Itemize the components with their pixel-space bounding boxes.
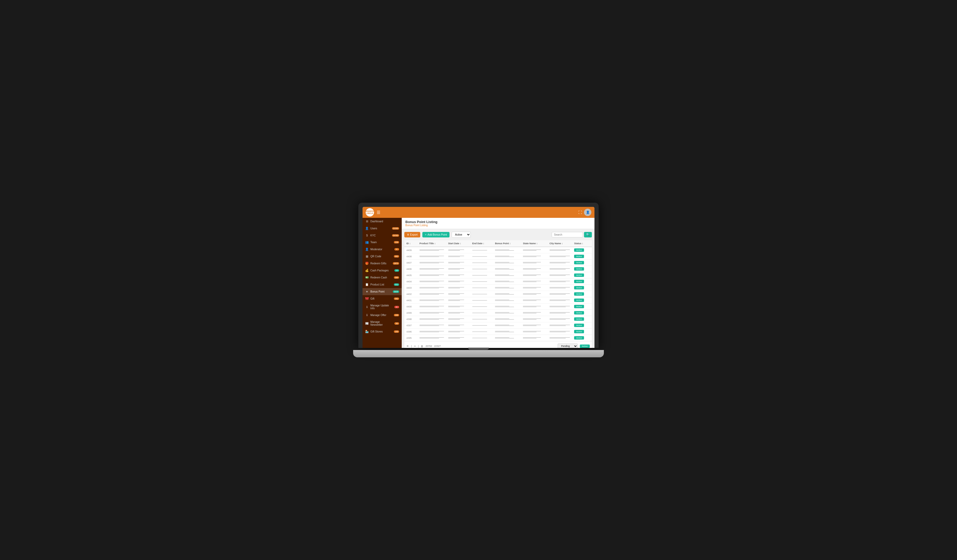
page-title: Bonus Point Listing — [405, 220, 591, 224]
table-row[interactable]: 4395Active — [404, 335, 592, 341]
col-city-name[interactable]: City Name ↕ — [548, 240, 572, 247]
cell-start-date — [446, 310, 470, 316]
cell-bonus-point — [493, 260, 521, 266]
sidebar-item-product-list[interactable]: 📋 Product List 321 — [363, 281, 402, 288]
cell-id: 4409 — [404, 247, 417, 253]
cell-product-title — [417, 322, 446, 328]
cell-id: 4405 — [404, 272, 417, 278]
kyc-badge: 20783 — [392, 234, 399, 237]
moderator-icon: 👤 — [365, 248, 369, 251]
sidebar-item-manage-update-info[interactable]: ℹ Manage Update Info 8 — [363, 302, 402, 312]
sidebar-item-gift[interactable]: 🎀 Gift 381 — [363, 295, 402, 302]
sidebar-item-moderator[interactable]: 👤 Moderator 9 — [363, 246, 402, 253]
cell-product-title — [417, 260, 446, 266]
table-header-row: ID ↕ Product Title ↕ Start Date ↕ End Da… — [404, 240, 592, 247]
table-row[interactable]: 4401Active — [404, 297, 592, 303]
laptop-base — [353, 350, 604, 357]
edit-icon[interactable]: ✏ — [414, 345, 416, 348]
cell-state-name — [521, 260, 547, 266]
sidebar-label-team: Team — [370, 241, 392, 244]
cell-city-name — [548, 316, 572, 322]
sidebar-item-manage-newsletter[interactable]: 📰 Manage Newsletter 38 — [363, 319, 402, 328]
cell-id: 4402 — [404, 291, 417, 297]
topbar: WINNERS' CIRCLE ☰ ⛶ 👤 — [363, 207, 594, 218]
cell-id: 4400 — [404, 303, 417, 310]
sidebar-item-gift-stores[interactable]: 🏪 Gift Stores 155 — [363, 328, 402, 335]
view-icon[interactable]: 👁 — [406, 345, 409, 348]
sidebar-item-cash-packages[interactable]: 💰 Cash Packages 15 — [363, 267, 402, 274]
manage-update-info-badge: 8 — [395, 306, 399, 308]
delete-icon[interactable]: 🗑 — [421, 345, 423, 348]
sidebar-item-redeem-cash[interactable]: 💵 Redeem Cash 384 — [363, 274, 402, 281]
cell-state-name — [521, 297, 547, 303]
export-button[interactable]: ⬆ Export — [404, 232, 420, 237]
fullscreen-icon[interactable]: ⛶ — [578, 210, 582, 215]
cell-state-name — [521, 310, 547, 316]
col-status[interactable]: Status ↕ — [572, 240, 592, 247]
table-row[interactable]: 4400Active — [404, 303, 592, 310]
cell-bonus-point — [493, 303, 521, 310]
col-end-date[interactable]: End Date ↕ — [470, 240, 493, 247]
table-row[interactable]: 4398Active — [404, 316, 592, 322]
cell-state-name — [521, 272, 547, 278]
cell-product-title — [417, 278, 446, 285]
avatar[interactable]: 👤 — [584, 209, 591, 216]
cell-product-title — [417, 247, 446, 253]
cell-city-name — [548, 285, 572, 291]
cell-state-name — [521, 285, 547, 291]
cell-end-date — [470, 266, 493, 272]
col-state-name[interactable]: State Name ↕ — [521, 240, 547, 247]
cell-id: 4396 — [404, 328, 417, 335]
cell-start-date — [446, 335, 470, 341]
status-badge: Active — [574, 280, 584, 283]
table-row[interactable]: 4397Active — [404, 322, 592, 328]
cell-bonus-point — [493, 291, 521, 297]
cell-state-name — [521, 253, 547, 260]
table-row[interactable]: 4407Active — [404, 260, 592, 266]
cell-state-name — [521, 335, 547, 341]
team-icon: 👥 — [365, 241, 369, 244]
sidebar-item-redeem-gifts[interactable]: 🎁 Redeem Gifts 2873 — [363, 260, 402, 267]
breadcrumb-link[interactable]: Bonus Point Listing — [405, 224, 591, 227]
sidebar-item-team[interactable]: 👥 Team 134 — [363, 239, 402, 246]
table-row[interactable]: 4403Active — [404, 285, 592, 291]
pending-select[interactable]: Pending Approved Rejected — [557, 344, 578, 348]
main-content: Bonus Point Listing Bonus Point Listing … — [402, 218, 594, 348]
sidebar-item-kyc[interactable]: $ KYC 20783 — [363, 232, 402, 239]
table-row[interactable]: 4409Active — [404, 247, 592, 253]
cell-start-date — [446, 285, 470, 291]
add-label: Add Bonus Point — [428, 233, 447, 236]
search-input[interactable] — [552, 232, 583, 237]
cell-id: 4408 — [404, 253, 417, 260]
col-start-date[interactable]: Start Date ↕ — [446, 240, 470, 247]
sidebar-label-redeem-cash: Redeem Cash — [370, 276, 392, 279]
table-row[interactable]: 4396Active — [404, 328, 592, 335]
users-icon: 👤 — [365, 227, 369, 230]
table-row[interactable]: 4404Active — [404, 278, 592, 285]
sidebar-item-users[interactable]: 👤 Users 22265 — [363, 225, 402, 232]
sidebar-item-bonus-point[interactable]: ★ Bonus Point 3635 — [363, 288, 402, 295]
cell-state-name — [521, 247, 547, 253]
search-button[interactable]: 🔍 — [584, 232, 592, 237]
table-row[interactable]: 4405Active — [404, 272, 592, 278]
sidebar-item-dashboard[interactable]: ⊞ Dashboard — [363, 218, 402, 225]
table-row[interactable]: 4408Active — [404, 253, 592, 260]
status-filter-select[interactable]: Active Inactive All — [452, 232, 471, 238]
footer-count1: 20702 — [425, 345, 432, 347]
sidebar-item-manage-offer[interactable]: ℹ Manage Offer 196 — [363, 312, 402, 319]
col-bonus-point[interactable]: Bonus Point ↕ — [493, 240, 521, 247]
cell-bonus-point — [493, 253, 521, 260]
bonus-point-table: ID ↕ Product Title ↕ Start Date ↕ End Da… — [404, 240, 592, 341]
table-row[interactable]: 4399Active — [404, 310, 592, 316]
hamburger-icon[interactable]: ☰ — [377, 210, 380, 215]
cell-state-name — [521, 303, 547, 310]
col-id[interactable]: ID ↕ — [404, 240, 417, 247]
add-bonus-point-button[interactable]: + Add Bonus Point — [422, 232, 450, 237]
col-product-title[interactable]: Product Title ↕ — [417, 240, 446, 247]
sidebar-item-qrcode[interactable]: ▦ QR Code 481 — [363, 253, 402, 260]
bonus-point-badge: 3635 — [393, 290, 399, 293]
cell-state-name — [521, 291, 547, 297]
cell-end-date — [470, 260, 493, 266]
table-row[interactable]: 4402Active — [404, 291, 592, 297]
table-row[interactable]: 4406Active — [404, 266, 592, 272]
